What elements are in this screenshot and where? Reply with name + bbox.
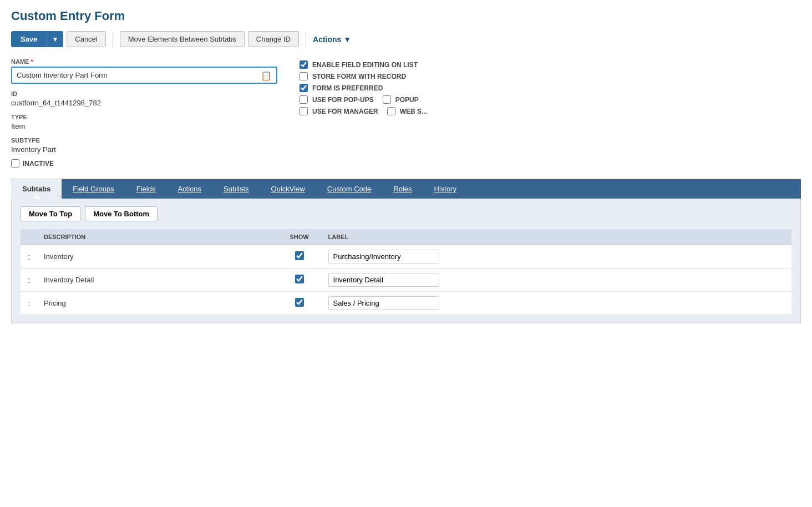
label-cell [322, 245, 791, 268]
subtabs-header-row: DESCRIPTION SHOW LABEL [21, 229, 791, 245]
save-button[interactable]: Save [11, 31, 47, 47]
toolbar-separator-1 [113, 32, 113, 47]
id-value: custform_64_t1441298_782 [11, 99, 277, 107]
tab-fields[interactable]: Fields [125, 179, 167, 199]
name-input-wrapper: 📋 [11, 67, 277, 84]
table-row: :: Inventory Detail [21, 268, 791, 292]
save-dropdown-button[interactable]: ▼ [47, 31, 63, 47]
show-checkbox[interactable] [295, 251, 304, 260]
type-value: Item [11, 122, 277, 130]
description-cell: Inventory [37, 245, 277, 268]
store-form-label: STORE FORM WITH RECORD [312, 73, 406, 80]
tab-content: Move To Top Move To Bottom DESCRIPTION S… [11, 199, 801, 323]
drag-handle-cell[interactable]: :: [21, 268, 37, 292]
drag-handle-icon[interactable]: :: [27, 276, 29, 285]
label-input[interactable] [328, 250, 439, 263]
tab-field-groups[interactable]: Field Groups [62, 179, 125, 199]
form-body: NAME* 📋 ID custform_64_t1441298_782 TYPE… [11, 58, 801, 168]
inactive-row: INACTIVE [11, 159, 277, 168]
enable-field-editing-label: ENABLE FIELD EDITING ON LIST [312, 61, 418, 69]
toolbar-separator-2 [306, 32, 306, 47]
type-label: TYPE [11, 114, 277, 120]
enable-field-editing-row: ENABLE FIELD EDITING ON LIST [300, 60, 801, 69]
move-to-bottom-button[interactable]: Move To Bottom [85, 206, 158, 221]
required-star: * [31, 58, 33, 65]
show-cell [277, 292, 322, 315]
form-options: ENABLE FIELD EDITING ON LIST STORE FORM … [300, 58, 801, 168]
tab-quickview[interactable]: QuickView [260, 179, 316, 199]
table-row: :: Inventory [21, 245, 791, 268]
form-is-preferred-row: FORM IS PREFERRED [300, 84, 801, 92]
col-label-header: LABEL [322, 229, 791, 245]
description-cell: Inventory Detail [37, 268, 277, 292]
move-to-top-button[interactable]: Move To Top [21, 206, 80, 221]
web-store-row: WEB S... [387, 107, 427, 115]
subtabs-table-body: :: Inventory :: Inventory Detail :: [21, 245, 791, 315]
subtabs-table: DESCRIPTION SHOW LABEL :: Inventory :: I… [21, 229, 791, 315]
subtabs-table-head: DESCRIPTION SHOW LABEL [21, 229, 791, 245]
store-form-row: STORE FORM WITH RECORD [300, 72, 801, 80]
show-cell [277, 268, 322, 292]
col-drag [21, 229, 37, 245]
tab-roles[interactable]: Roles [382, 179, 423, 199]
use-for-manager-checkbox[interactable] [300, 107, 308, 115]
use-for-popups-checkbox[interactable] [300, 95, 308, 104]
table-row: :: Pricing [21, 292, 791, 315]
use-for-manager-row: USE FOR MANAGER [300, 107, 378, 115]
use-for-manager-label: USE FOR MANAGER [312, 108, 378, 115]
subtype-value: Inventory Part [11, 145, 277, 154]
show-cell [277, 245, 322, 268]
save-button-group: Save ▼ [11, 31, 63, 47]
tabs-container: SubtabsField GroupsFieldsActionsSublists… [11, 179, 801, 323]
form-is-preferred-label: FORM IS PREFERRED [312, 84, 383, 92]
id-label: ID [11, 90, 277, 97]
label-cell [322, 292, 791, 315]
form-left: NAME* 📋 ID custform_64_t1441298_782 TYPE… [11, 58, 277, 168]
name-label: NAME* [11, 58, 277, 65]
popup-checkbox[interactable] [383, 95, 391, 104]
web-store-checkbox[interactable] [387, 107, 395, 115]
tab-action-bar: Move To Top Move To Bottom [21, 206, 791, 221]
name-input[interactable] [12, 68, 276, 83]
tab-custom-code[interactable]: Custom Code [316, 179, 382, 199]
inactive-checkbox[interactable] [11, 159, 19, 168]
cancel-button[interactable]: Cancel [67, 31, 105, 47]
web-store-label: WEB S... [400, 108, 427, 115]
form-is-preferred-checkbox[interactable] [300, 84, 308, 92]
drag-handle-cell[interactable]: :: [21, 245, 37, 268]
name-field-icon: 📋 [261, 70, 272, 80]
toolbar: Save ▼ Cancel Move Elements Between Subt… [11, 31, 801, 47]
show-checkbox[interactable] [295, 275, 304, 283]
tab-sublists[interactable]: Sublists [212, 179, 260, 199]
tab-subtabs[interactable]: Subtabs [11, 179, 62, 199]
label-input[interactable] [328, 273, 439, 287]
subtype-label: SUBTYPE [11, 137, 277, 144]
drag-handle-icon[interactable]: :: [27, 299, 29, 308]
label-input[interactable] [328, 296, 439, 310]
description-cell: Pricing [37, 292, 277, 315]
inactive-label: INACTIVE [23, 160, 54, 168]
popups-row: USE FOR POP-UPS POPUP [300, 95, 801, 104]
popup-label: POPUP [395, 96, 419, 104]
use-for-popups-label: USE FOR POP-UPS [312, 96, 374, 104]
move-elements-button[interactable]: Move Elements Between Subtabs [120, 31, 245, 47]
col-description-header: DESCRIPTION [37, 229, 277, 245]
store-form-checkbox[interactable] [300, 72, 308, 80]
col-show-header: SHOW [277, 229, 322, 245]
tabs-bar: SubtabsField GroupsFieldsActionsSublists… [11, 179, 801, 199]
tab-actions[interactable]: Actions [166, 179, 212, 199]
manager-row: USE FOR MANAGER WEB S... [300, 107, 801, 115]
page-title: Custom Entry Form [11, 9, 801, 23]
drag-handle-cell[interactable]: :: [21, 292, 37, 315]
popup-row: POPUP [383, 95, 419, 104]
actions-dropdown-button[interactable]: Actions ▼ [313, 35, 351, 44]
change-id-button[interactable]: Change ID [248, 31, 299, 47]
show-checkbox[interactable] [295, 298, 304, 307]
label-cell [322, 268, 791, 292]
use-for-popups-row: USE FOR POP-UPS [300, 95, 374, 104]
drag-handle-icon[interactable]: :: [27, 252, 29, 261]
enable-field-editing-checkbox[interactable] [300, 60, 308, 69]
tab-history[interactable]: History [423, 179, 468, 199]
